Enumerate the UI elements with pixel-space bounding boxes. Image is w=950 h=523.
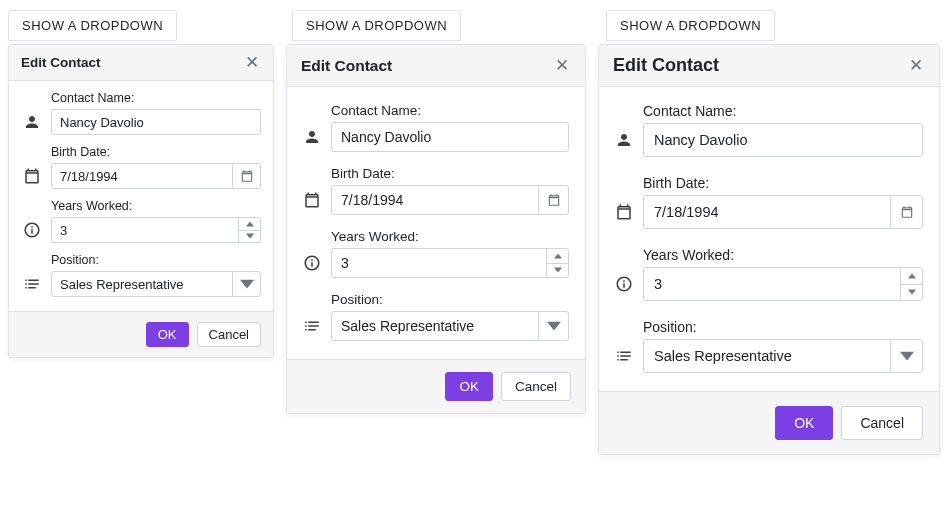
contact-name-input[interactable] [644,124,922,156]
calendar-icon [613,203,635,221]
contact-name-label: Contact Name: [643,103,923,119]
position-select[interactable] [332,312,538,340]
popup-title: Edit Contact [301,57,392,75]
ok-button[interactable]: OK [775,406,833,440]
position-label: Position: [643,319,923,335]
popup-body: Contact Name: Birth Date: Years Worked: [287,87,585,359]
popup-title: Edit Contact [613,55,719,76]
list-icon [301,317,323,335]
popup-footer: OK Cancel [9,311,273,357]
chevron-down-icon[interactable] [232,272,260,296]
popup-header: Edit Contact ✕ [599,45,939,87]
birth-date-label: Birth Date: [331,166,569,181]
contact-name-input[interactable] [52,110,260,134]
popup-title: Edit Contact [21,55,101,70]
popup-footer: OK Cancel [287,359,585,413]
edit-contact-popup: Edit Contact ✕ Contact Name: Birth Date: [8,44,274,358]
person-icon [613,131,635,149]
position-select[interactable] [52,272,232,296]
popup-body: Contact Name: Birth Date: Years Worked: [599,87,939,391]
info-icon [21,221,43,239]
spin-up-icon[interactable] [547,249,568,264]
edit-contact-popup: Edit Contact ✕ Contact Name: Birth Date: [286,44,586,414]
chevron-down-icon[interactable] [538,312,568,340]
birth-date-input[interactable] [332,186,538,214]
popup-footer: OK Cancel [599,391,939,454]
birth-date-label: Birth Date: [51,145,261,159]
calendar-picker-icon[interactable] [538,186,568,214]
years-worked-label: Years Worked: [331,229,569,244]
popup-header: Edit Contact ✕ [287,45,585,87]
years-worked-label: Years Worked: [51,199,261,213]
years-worked-input[interactable] [644,268,900,300]
show-dropdown-button[interactable]: SHOW A DROPDOWN [8,10,177,41]
person-icon [301,128,323,146]
popup-header: Edit Contact ✕ [9,45,273,81]
position-label: Position: [51,253,261,267]
years-worked-label: Years Worked: [643,247,923,263]
years-worked-input[interactable] [52,218,238,242]
calendar-picker-icon[interactable] [890,196,922,228]
ok-button[interactable]: OK [445,372,493,401]
chevron-down-icon[interactable] [890,340,922,372]
spin-down-icon[interactable] [239,231,260,243]
show-dropdown-button[interactable]: SHOW A DROPDOWN [292,10,461,41]
years-worked-input[interactable] [332,249,546,277]
calendar-icon [21,167,43,185]
cancel-button[interactable]: Cancel [501,372,571,401]
spin-down-icon[interactable] [901,285,922,301]
calendar-picker-icon[interactable] [232,164,260,188]
cancel-button[interactable]: Cancel [197,322,261,347]
show-dropdown-button[interactable]: SHOW A DROPDOWN [606,10,775,41]
cancel-button[interactable]: Cancel [841,406,923,440]
list-icon [21,275,43,293]
spin-up-icon[interactable] [239,218,260,231]
info-icon [613,275,635,293]
edit-contact-popup: Edit Contact ✕ Contact Name: Birth Date: [598,44,940,455]
close-icon[interactable]: ✕ [241,52,263,73]
close-icon[interactable]: ✕ [905,55,927,76]
birth-date-input[interactable] [52,164,232,188]
close-icon[interactable]: ✕ [551,55,573,76]
spin-up-icon[interactable] [901,268,922,285]
birth-date-input[interactable] [644,196,890,228]
position-select[interactable] [644,340,890,372]
birth-date-label: Birth Date: [643,175,923,191]
person-icon [21,113,43,131]
contact-name-input[interactable] [332,123,568,151]
info-icon [301,254,323,272]
popup-body: Contact Name: Birth Date: Years Worked: [9,81,273,311]
contact-name-label: Contact Name: [331,103,569,118]
calendar-icon [301,191,323,209]
list-icon [613,347,635,365]
ok-button[interactable]: OK [146,322,189,347]
spin-down-icon[interactable] [547,264,568,278]
contact-name-label: Contact Name: [51,91,261,105]
position-label: Position: [331,292,569,307]
